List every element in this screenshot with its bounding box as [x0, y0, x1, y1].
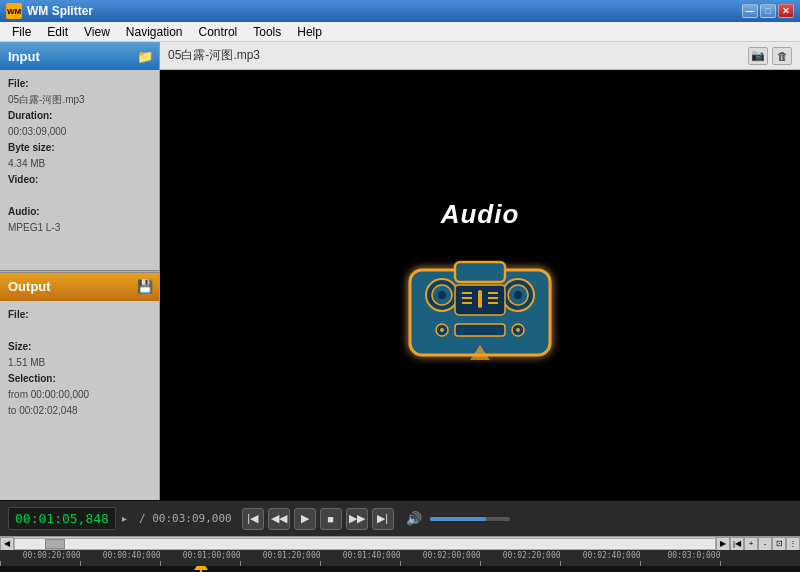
output-to-value: 00:02:02,048: [19, 405, 77, 416]
timeline-ruler: 00:00:00;00000:00:20;00000:00:40;00000:0…: [0, 550, 800, 566]
menu-item-help[interactable]: Help: [289, 23, 330, 41]
transport-bar: 00:01:05,848 ▸ / 00:03:09,000 |◀ ◀◀ ▶ ■ …: [0, 500, 800, 536]
cassette-svg: [400, 250, 560, 370]
zoom-out-button[interactable]: -: [758, 537, 772, 551]
prev-frame-button[interactable]: ◀◀: [268, 508, 290, 530]
output-label: Output: [8, 279, 51, 294]
volume-slider[interactable]: [430, 517, 510, 521]
output-from: from 00:00:00,000: [8, 387, 151, 403]
volume-icon: 🔊: [406, 511, 422, 526]
camera-icon[interactable]: 📷: [748, 47, 768, 65]
output-size-value: 1.51 MB: [8, 355, 151, 371]
menu-bar: FileEditViewNavigationControlToolsHelp: [0, 22, 800, 42]
scroll-left-button[interactable]: ◀: [0, 537, 14, 551]
svg-rect-9: [462, 292, 472, 294]
scroll-track[interactable]: [14, 538, 716, 550]
menu-item-navigation[interactable]: Navigation: [118, 23, 191, 41]
current-time-display: 00:01:05,848: [8, 507, 116, 530]
output-save-icon[interactable]: 💾: [137, 279, 153, 295]
menu-item-edit[interactable]: Edit: [39, 23, 76, 41]
output-size-label: Size:: [8, 339, 151, 355]
scroll-end-button[interactable]: |◀: [730, 537, 744, 551]
input-panel: Input 📁 File: 05白露-河图.mp3 Duration: 00:0…: [0, 42, 159, 270]
play-button[interactable]: ▶: [294, 508, 316, 530]
input-panel-header: Input 📁: [0, 42, 159, 70]
output-panel: Output 💾 File: Size: 1.51 MB Selection: …: [0, 273, 159, 501]
output-to-label: to: [8, 405, 16, 416]
input-folder-icon[interactable]: 📁: [137, 48, 153, 64]
menu-item-control[interactable]: Control: [191, 23, 246, 41]
playhead-marker: [194, 566, 208, 570]
time-arrow-btn[interactable]: ▸: [120, 511, 129, 526]
close-button[interactable]: ✕: [778, 4, 794, 18]
svg-point-7: [514, 291, 522, 299]
preview-filename: 05白露-河图.mp3: [168, 47, 260, 64]
svg-point-4: [438, 291, 446, 299]
input-audio-label: Audio:: [8, 204, 151, 220]
svg-rect-15: [478, 290, 482, 308]
rewind-button[interactable]: |◀: [242, 508, 264, 530]
zoom-fit-button[interactable]: ⊡: [772, 537, 786, 551]
input-bytesize-value: 4.34 MB: [8, 156, 151, 172]
trash-icon[interactable]: 🗑: [772, 47, 792, 65]
input-label: Input: [8, 49, 40, 64]
menu-item-tools[interactable]: Tools: [245, 23, 289, 41]
preview-title-bar: 05白露-河图.mp3 📷 🗑: [160, 42, 800, 70]
svg-rect-13: [488, 297, 498, 299]
scroll-thumb[interactable]: [45, 539, 65, 549]
main-area: Input 📁 File: 05白露-河图.mp3 Duration: 00:0…: [0, 42, 800, 500]
svg-rect-1: [455, 262, 505, 282]
svg-point-17: [440, 328, 444, 332]
timeline[interactable]: 00:00:00;00000:00:20;00000:00:40;00000:0…: [0, 550, 800, 572]
scroll-right-button[interactable]: ▶: [716, 537, 730, 551]
cassette-icon: [400, 250, 560, 372]
video-display: Audio: [160, 70, 800, 500]
app-icon: WM: [6, 3, 22, 19]
volume-fill: [430, 517, 486, 521]
input-duration-value: 00:03:09,000: [8, 124, 151, 140]
output-selection-label: Selection:: [8, 371, 151, 387]
output-to: to 00:02:02,048: [8, 403, 151, 419]
svg-point-20: [516, 328, 520, 332]
zoom-in-button[interactable]: +: [744, 537, 758, 551]
output-file-label: File:: [8, 307, 151, 323]
waveform-area[interactable]: [0, 566, 800, 572]
input-audio-value: MPEG1 L-3: [8, 220, 151, 236]
menu-item-view[interactable]: View: [76, 23, 118, 41]
fast-forward-button[interactable]: ▶|: [372, 508, 394, 530]
minimize-button[interactable]: —: [742, 4, 758, 18]
preview-icons: 📷 🗑: [748, 47, 792, 65]
menu-item-file[interactable]: File: [4, 23, 39, 41]
output-panel-content: File: Size: 1.51 MB Selection: from 00:0…: [0, 301, 159, 425]
preview-area: 05白露-河图.mp3 📷 🗑 Audio: [160, 42, 800, 500]
input-file-label: File:: [8, 76, 151, 92]
title-bar: WM WM Splitter — □ ✕: [0, 0, 800, 22]
window-controls: — □ ✕: [742, 4, 794, 18]
input-file-value: 05白露-河图.mp3: [8, 92, 151, 108]
total-time-display: / 00:03:09,000: [139, 512, 232, 525]
input-bytesize-label: Byte size:: [8, 140, 151, 156]
input-video-label: Video:: [8, 172, 151, 188]
stop-button[interactable]: ■: [320, 508, 342, 530]
next-frame-button[interactable]: ▶▶: [346, 508, 368, 530]
output-panel-header: Output 💾: [0, 273, 159, 301]
svg-rect-11: [462, 302, 472, 304]
output-from-label: from: [8, 389, 28, 400]
sidebar: Input 📁 File: 05白露-河图.mp3 Duration: 00:0…: [0, 42, 160, 500]
svg-rect-12: [488, 292, 498, 294]
audio-label: Audio: [441, 199, 520, 230]
timeline-settings-button[interactable]: ⋮: [786, 537, 800, 551]
input-duration-label: Duration:: [8, 108, 151, 124]
app-title: WM Splitter: [27, 4, 742, 18]
svg-rect-10: [462, 297, 472, 299]
output-from-value: 00:00:00,000: [31, 389, 89, 400]
svg-rect-18: [455, 324, 505, 336]
horizontal-scrollbar[interactable]: ◀ ▶ |◀ + - ⊡ ⋮: [0, 536, 800, 550]
playhead[interactable]: [200, 566, 202, 572]
scroll-right-controls: ▶ |◀ + - ⊡ ⋮: [716, 537, 800, 551]
maximize-button[interactable]: □: [760, 4, 776, 18]
input-panel-content: File: 05白露-河图.mp3 Duration: 00:03:09,000…: [0, 70, 159, 242]
svg-rect-14: [488, 302, 498, 304]
